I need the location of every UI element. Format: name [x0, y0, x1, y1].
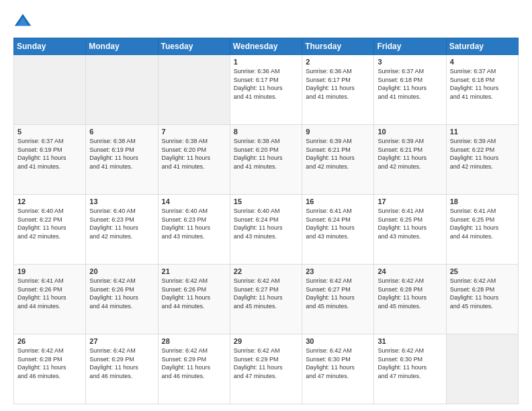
day-number: 7: [162, 128, 226, 136]
day-info: Sunrise: 6:39 AM Sunset: 6:21 PM Dayligh…: [378, 137, 442, 171]
calendar-cell: 14Sunrise: 6:40 AM Sunset: 6:23 PM Dayli…: [158, 195, 230, 265]
calendar-table: SundayMondayTuesdayWednesdayThursdayFrid…: [13, 38, 519, 404]
day-number: 2: [306, 58, 370, 66]
day-info: Sunrise: 6:38 AM Sunset: 6:20 PM Dayligh…: [234, 137, 298, 171]
calendar-week-row: 12Sunrise: 6:40 AM Sunset: 6:22 PM Dayli…: [14, 195, 519, 265]
day-number: 13: [89, 197, 154, 205]
day-number: 29: [234, 337, 298, 345]
day-info: Sunrise: 6:42 AM Sunset: 6:29 PM Dayligh…: [89, 347, 154, 380]
day-info: Sunrise: 6:36 AM Sunset: 6:17 PM Dayligh…: [306, 67, 370, 101]
day-info: Sunrise: 6:42 AM Sunset: 6:27 PM Dayligh…: [234, 277, 298, 310]
day-number: 31: [378, 337, 442, 345]
weekday-header-friday: Friday: [374, 38, 446, 55]
day-number: 3: [378, 58, 442, 66]
day-number: 26: [17, 337, 82, 345]
day-info: Sunrise: 6:41 AM Sunset: 6:24 PM Dayligh…: [306, 207, 370, 240]
day-number: 11: [450, 128, 515, 136]
day-info: Sunrise: 6:36 AM Sunset: 6:17 PM Dayligh…: [234, 67, 298, 101]
calendar-cell: 23Sunrise: 6:42 AM Sunset: 6:27 PM Dayli…: [302, 265, 374, 334]
calendar-cell: 10Sunrise: 6:39 AM Sunset: 6:21 PM Dayli…: [374, 125, 446, 195]
calendar-cell: 3Sunrise: 6:37 AM Sunset: 6:18 PM Daylig…: [374, 55, 446, 125]
day-number: 15: [234, 197, 298, 205]
day-info: Sunrise: 6:39 AM Sunset: 6:22 PM Dayligh…: [450, 137, 515, 171]
calendar-cell: 6Sunrise: 6:38 AM Sunset: 6:19 PM Daylig…: [86, 125, 158, 195]
calendar-cell: 7Sunrise: 6:38 AM Sunset: 6:20 PM Daylig…: [158, 125, 230, 195]
calendar-cell: 27Sunrise: 6:42 AM Sunset: 6:29 PM Dayli…: [86, 334, 158, 404]
day-info: Sunrise: 6:39 AM Sunset: 6:21 PM Dayligh…: [306, 137, 370, 171]
day-info: Sunrise: 6:40 AM Sunset: 6:23 PM Dayligh…: [89, 207, 154, 240]
calendar-week-row: 19Sunrise: 6:41 AM Sunset: 6:26 PM Dayli…: [14, 265, 519, 334]
calendar-cell: 31Sunrise: 6:42 AM Sunset: 6:30 PM Dayli…: [374, 334, 446, 404]
calendar-cell: 9Sunrise: 6:39 AM Sunset: 6:21 PM Daylig…: [302, 125, 374, 195]
day-number: 10: [378, 128, 442, 136]
calendar-cell: 20Sunrise: 6:42 AM Sunset: 6:26 PM Dayli…: [86, 265, 158, 334]
calendar-cell: 15Sunrise: 6:40 AM Sunset: 6:24 PM Dayli…: [230, 195, 302, 265]
calendar-week-row: 26Sunrise: 6:42 AM Sunset: 6:28 PM Dayli…: [14, 334, 519, 404]
day-info: Sunrise: 6:42 AM Sunset: 6:26 PM Dayligh…: [162, 277, 226, 310]
calendar-cell: 29Sunrise: 6:42 AM Sunset: 6:29 PM Dayli…: [230, 334, 302, 404]
day-number: 18: [450, 197, 515, 205]
calendar-cell: 5Sunrise: 6:37 AM Sunset: 6:19 PM Daylig…: [14, 125, 86, 195]
calendar-cell: 21Sunrise: 6:42 AM Sunset: 6:26 PM Dayli…: [158, 265, 230, 334]
day-info: Sunrise: 6:40 AM Sunset: 6:23 PM Dayligh…: [162, 207, 226, 240]
page: SundayMondayTuesdayWednesdayThursdayFrid…: [0, 0, 532, 411]
day-info: Sunrise: 6:37 AM Sunset: 6:19 PM Dayligh…: [17, 137, 82, 171]
calendar-cell: 12Sunrise: 6:40 AM Sunset: 6:22 PM Dayli…: [14, 195, 86, 265]
calendar-cell: 16Sunrise: 6:41 AM Sunset: 6:24 PM Dayli…: [302, 195, 374, 265]
weekday-header-saturday: Saturday: [446, 38, 518, 55]
calendar-cell: 17Sunrise: 6:41 AM Sunset: 6:25 PM Dayli…: [374, 195, 446, 265]
calendar-cell: 2Sunrise: 6:36 AM Sunset: 6:17 PM Daylig…: [302, 55, 374, 125]
day-info: Sunrise: 6:42 AM Sunset: 6:29 PM Dayligh…: [234, 347, 298, 380]
day-info: Sunrise: 6:41 AM Sunset: 6:25 PM Dayligh…: [450, 207, 515, 240]
calendar-cell: [14, 55, 86, 125]
calendar-cell: 4Sunrise: 6:37 AM Sunset: 6:18 PM Daylig…: [446, 55, 518, 125]
calendar-cell: 26Sunrise: 6:42 AM Sunset: 6:28 PM Dayli…: [14, 334, 86, 404]
day-number: 5: [17, 128, 82, 136]
day-number: 19: [17, 267, 82, 275]
day-number: 22: [234, 267, 298, 275]
day-number: 24: [378, 267, 442, 275]
calendar-cell: 19Sunrise: 6:41 AM Sunset: 6:26 PM Dayli…: [14, 265, 86, 334]
header: [13, 12, 519, 31]
day-info: Sunrise: 6:41 AM Sunset: 6:25 PM Dayligh…: [378, 207, 442, 240]
day-number: 1: [234, 58, 298, 66]
day-info: Sunrise: 6:40 AM Sunset: 6:24 PM Dayligh…: [234, 207, 298, 240]
day-number: 25: [450, 267, 515, 275]
logo-icon: [13, 12, 32, 31]
calendar-cell: 1Sunrise: 6:36 AM Sunset: 6:17 PM Daylig…: [230, 55, 302, 125]
day-info: Sunrise: 6:42 AM Sunset: 6:30 PM Dayligh…: [378, 347, 442, 380]
calendar-cell: 8Sunrise: 6:38 AM Sunset: 6:20 PM Daylig…: [230, 125, 302, 195]
weekday-header-wednesday: Wednesday: [230, 38, 302, 55]
day-number: 21: [162, 267, 226, 275]
calendar-cell: 25Sunrise: 6:42 AM Sunset: 6:28 PM Dayli…: [446, 265, 518, 334]
calendar-cell: 30Sunrise: 6:42 AM Sunset: 6:30 PM Dayli…: [302, 334, 374, 404]
day-number: 9: [306, 128, 370, 136]
calendar-cell: [446, 334, 518, 404]
day-info: Sunrise: 6:37 AM Sunset: 6:18 PM Dayligh…: [378, 67, 442, 101]
calendar-cell: 18Sunrise: 6:41 AM Sunset: 6:25 PM Dayli…: [446, 195, 518, 265]
day-info: Sunrise: 6:37 AM Sunset: 6:18 PM Dayligh…: [450, 67, 515, 101]
day-number: 28: [162, 337, 226, 345]
day-info: Sunrise: 6:42 AM Sunset: 6:27 PM Dayligh…: [306, 277, 370, 310]
calendar-cell: 22Sunrise: 6:42 AM Sunset: 6:27 PM Dayli…: [230, 265, 302, 334]
day-number: 20: [89, 267, 154, 275]
day-number: 27: [89, 337, 154, 345]
day-number: 12: [17, 197, 82, 205]
day-number: 8: [234, 128, 298, 136]
weekday-header-thursday: Thursday: [302, 38, 374, 55]
weekday-header-tuesday: Tuesday: [158, 38, 230, 55]
day-number: 4: [450, 58, 515, 66]
day-number: 16: [306, 197, 370, 205]
weekday-header-monday: Monday: [86, 38, 158, 55]
day-info: Sunrise: 6:38 AM Sunset: 6:20 PM Dayligh…: [162, 137, 226, 171]
day-info: Sunrise: 6:42 AM Sunset: 6:28 PM Dayligh…: [378, 277, 442, 310]
day-info: Sunrise: 6:42 AM Sunset: 6:28 PM Dayligh…: [450, 277, 515, 310]
logo: [13, 12, 35, 31]
day-number: 30: [306, 337, 370, 345]
day-info: Sunrise: 6:40 AM Sunset: 6:22 PM Dayligh…: [17, 207, 82, 240]
weekday-header-sunday: Sunday: [14, 38, 86, 55]
weekday-header-row: SundayMondayTuesdayWednesdayThursdayFrid…: [14, 38, 519, 55]
calendar-cell: 11Sunrise: 6:39 AM Sunset: 6:22 PM Dayli…: [446, 125, 518, 195]
day-info: Sunrise: 6:42 AM Sunset: 6:29 PM Dayligh…: [162, 347, 226, 380]
day-info: Sunrise: 6:42 AM Sunset: 6:30 PM Dayligh…: [306, 347, 370, 380]
